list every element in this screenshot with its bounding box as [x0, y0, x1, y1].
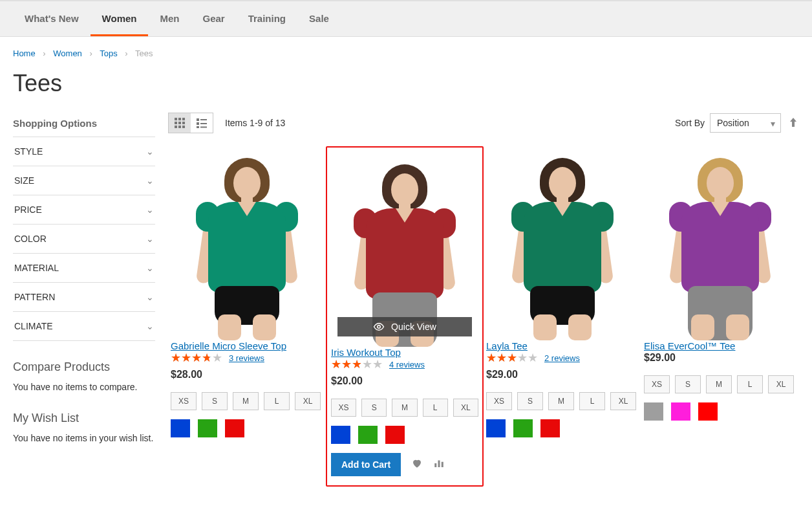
nav-item-what-s-new[interactable]: What's New: [13, 1, 91, 36]
chevron-down-icon: ⌄: [146, 146, 154, 157]
filter-label: COLOR: [14, 234, 47, 244]
svg-rect-17: [438, 461, 440, 468]
view-mode-switch: [168, 113, 213, 133]
filter-size[interactable]: SIZE⌄: [13, 166, 155, 195]
color-swatch[interactable]: [486, 419, 506, 437]
chevron-down-icon: ⌄: [146, 263, 154, 273]
product-image[interactable]: Quick View: [331, 153, 478, 347]
size-swatch-l[interactable]: L: [264, 392, 290, 410]
breadcrumb-women[interactable]: Women: [53, 49, 82, 58]
size-swatch-s[interactable]: S: [675, 375, 701, 393]
svg-point-15: [378, 325, 381, 329]
sort-direction-button[interactable]: [787, 116, 799, 130]
chevron-down-icon: ⌄: [146, 234, 154, 244]
size-swatch-m[interactable]: M: [233, 392, 259, 410]
size-swatch-s[interactable]: S: [517, 392, 543, 410]
filter-label: STYLE: [14, 146, 43, 157]
add-to-cart-button[interactable]: Add to Cart: [331, 453, 401, 476]
nav-item-training[interactable]: Training: [237, 1, 297, 36]
size-swatch-m[interactable]: M: [548, 392, 574, 410]
color-swatch[interactable]: [171, 419, 190, 437]
nav-item-men[interactable]: Men: [148, 1, 191, 36]
product-price: $28.00: [171, 369, 323, 380]
filter-label: CLIMATE: [14, 321, 53, 331]
sort-by-label: Sort By: [675, 118, 705, 128]
size-swatch-l[interactable]: L: [737, 375, 763, 393]
breadcrumb-home[interactable]: Home: [13, 49, 36, 58]
color-swatch[interactable]: [540, 419, 560, 437]
bar-chart-icon: [433, 457, 445, 469]
size-swatch-m[interactable]: M: [706, 375, 732, 393]
quick-view-button[interactable]: Quick View: [337, 317, 472, 336]
product-image[interactable]: [486, 146, 639, 340]
product-image[interactable]: [644, 146, 796, 340]
add-to-wishlist-button[interactable]: [411, 457, 423, 472]
product-name[interactable]: Layla Tee: [486, 340, 528, 351]
add-to-compare-button[interactable]: [433, 457, 445, 472]
color-swatch[interactable]: [331, 426, 350, 444]
svg-rect-13: [197, 126, 199, 128]
svg-rect-16: [434, 463, 436, 467]
color-swatch[interactable]: [358, 426, 378, 444]
product-card: Elisa EverCool™ Tee$29.00XSSMLXL: [641, 146, 799, 487]
page-title: Tees: [13, 70, 799, 97]
compare-products-title: Compare Products: [13, 360, 155, 374]
size-swatch-m[interactable]: M: [392, 399, 417, 417]
reviews-link[interactable]: 2 reviews: [544, 353, 580, 363]
color-swatch[interactable]: [513, 419, 533, 437]
product-name[interactable]: Gabrielle Micro Sleeve Top: [171, 340, 286, 351]
size-swatch-s[interactable]: S: [361, 399, 387, 417]
filter-color[interactable]: COLOR⌄: [13, 224, 155, 253]
size-swatch-xs[interactable]: XS: [171, 392, 197, 410]
svg-rect-2: [182, 118, 185, 120]
sort-select[interactable]: Position ▾: [710, 113, 781, 133]
svg-rect-7: [178, 126, 181, 128]
list-mode-button[interactable]: [191, 113, 213, 133]
color-swatch[interactable]: [698, 402, 718, 421]
product-grid: Gabrielle Micro Sleeve Top★★★★★★★★★★3 re…: [168, 146, 799, 487]
reviews-link[interactable]: 3 reviews: [229, 353, 264, 363]
product-name[interactable]: Iris Workout Top: [331, 347, 401, 358]
product-price: $29.00: [486, 369, 639, 380]
color-swatch[interactable]: [644, 402, 663, 421]
reviews-link[interactable]: 4 reviews: [389, 360, 425, 369]
list-icon: [196, 117, 208, 129]
product-image[interactable]: [171, 146, 323, 340]
nav-item-gear[interactable]: Gear: [191, 1, 236, 36]
product-card: Gabrielle Micro Sleeve Top★★★★★★★★★★3 re…: [168, 146, 326, 487]
size-swatch-xl[interactable]: XL: [295, 392, 321, 410]
nav-item-women[interactable]: Women: [91, 1, 149, 36]
filter-material[interactable]: MATERIAL⌄: [13, 253, 155, 282]
shopping-options-title: Shopping Options: [13, 113, 155, 137]
eye-icon: [373, 321, 385, 333]
filter-climate[interactable]: CLIMATE⌄: [13, 311, 155, 341]
size-swatch-l[interactable]: L: [579, 392, 605, 410]
product-name[interactable]: Elisa EverCool™ Tee: [644, 340, 735, 351]
filter-label: PRICE: [14, 204, 42, 215]
size-swatch-xs[interactable]: XS: [486, 392, 512, 410]
chevron-down-icon: ▾: [771, 118, 775, 129]
svg-rect-11: [197, 122, 199, 125]
filter-price[interactable]: PRICE⌄: [13, 195, 155, 224]
filter-style[interactable]: STYLE⌄: [13, 137, 155, 166]
size-swatch-xs[interactable]: XS: [644, 375, 670, 393]
grid-mode-button[interactable]: [169, 113, 191, 133]
size-swatch-s[interactable]: S: [202, 392, 228, 410]
svg-rect-10: [200, 119, 207, 120]
color-swatch[interactable]: [198, 419, 217, 437]
size-swatch-xl[interactable]: XL: [768, 375, 794, 393]
breadcrumb-tops[interactable]: Tops: [100, 49, 117, 58]
size-swatch-xs[interactable]: XS: [331, 399, 356, 417]
nav-item-sale[interactable]: Sale: [297, 1, 341, 36]
color-swatch[interactable]: [385, 426, 405, 444]
size-swatch-xl[interactable]: XL: [610, 392, 636, 410]
filter-pattern[interactable]: PATTERN⌄: [13, 282, 155, 311]
rating-stars: ★★★★★★★★★★: [331, 358, 383, 370]
grid-icon: [174, 117, 186, 129]
color-swatch[interactable]: [225, 419, 244, 437]
size-swatch-l[interactable]: L: [423, 399, 448, 417]
product-price: $20.00: [331, 375, 478, 387]
color-swatch[interactable]: [671, 402, 690, 421]
svg-rect-5: [182, 122, 185, 124]
size-swatch-xl[interactable]: XL: [453, 399, 478, 417]
